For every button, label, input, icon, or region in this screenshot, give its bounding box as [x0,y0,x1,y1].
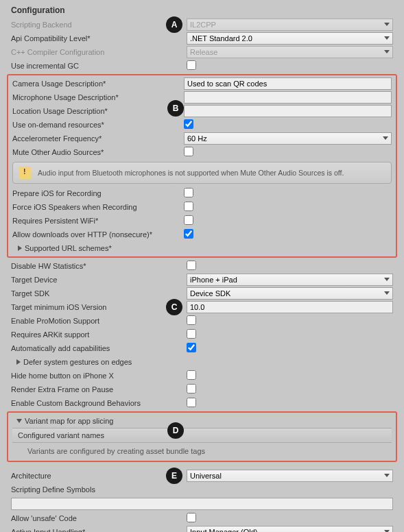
architecture-label: Architecture [11,472,187,480]
chevron-right-icon [18,245,22,251]
define-symbols-input[interactable] [11,498,393,510]
accel-freq-label: Accelerometer Frequency* [12,134,184,143]
api-compat-label: Api Compatibility Level* [11,34,187,43]
mic-usage-label: Microphone Usage Description* [12,93,184,101]
hide-home-label: Hide home button on iPhone X [11,372,187,380]
location-usage-input[interactable] [184,105,392,117]
target-min-ios-input[interactable] [187,301,393,313]
cpp-compiler-select: Release [187,46,393,58]
custom-bg-checkbox[interactable] [187,398,196,407]
configured-variant-header: Configured variant names [12,428,392,443]
variant-map-label: Variant map for app slicing [25,417,113,425]
accel-freq-select[interactable]: 60 Hz [184,132,392,145]
hide-home-checkbox[interactable] [187,370,196,380]
target-device-label: Target Device [11,276,187,284]
force-speakers-label: Force iOS Speakers when Recording [12,203,184,211]
allow-http-checkbox[interactable] [184,229,193,239]
disable-hw-checkbox[interactable] [187,261,196,270]
custom-bg-label: Enable Custom Background Behaviors [11,399,187,407]
extra-frame-label: Render Extra Frame on Pause [11,385,187,394]
defer-gestures-foldout[interactable]: Defer system gestures on edges [4,355,400,369]
allow-http-label: Allow downloads over HTTP (nonsecure)* [12,230,184,239]
promotion-checkbox[interactable] [187,315,196,325]
warning-icon [19,167,31,179]
unsafe-code-checkbox[interactable] [187,513,196,522]
annotation-b: B [167,100,184,117]
location-usage-label: Location Usage Description* [12,107,184,115]
scripting-backend-label: Scripting Backend [11,21,187,29]
on-demand-checkbox[interactable] [184,119,193,129]
scripting-backend-select: IL2CPP [187,19,393,31]
arkit-label: Requires ARKit support [11,330,187,339]
camera-usage-input[interactable] [184,77,392,90]
prepare-recording-label: Prepare iOS for Recording [12,189,184,197]
annotation-a: A [166,16,182,33]
variant-help-text: Variants are configured by creating asse… [8,443,396,459]
cpp-compiler-label: C++ Compiler Configuration [11,48,187,56]
mic-usage-input[interactable] [184,91,392,104]
api-compat-select[interactable]: .NET Standard 2.0 [187,32,393,45]
auto-capabilities-label: Automatically add capabilities [11,344,187,352]
architecture-select[interactable]: Universal [187,470,393,482]
highlight-box-b: B Camera Usage Description* Microphone U… [7,74,397,258]
info-text: Audio input from Bluetooth microphones i… [38,169,344,177]
input-handling-label: Active Input Handling* [11,528,187,532]
defer-gestures-label: Defer system gestures on edges [23,358,132,366]
camera-usage-label: Camera Usage Description* [12,80,184,88]
incremental-gc-label: Use incremental GC [11,62,187,70]
target-device-select[interactable]: iPhone + iPad [187,274,393,286]
variant-map-foldout[interactable]: Variant map for app slicing [8,414,396,428]
chevron-right-icon [16,359,21,365]
disable-hw-label: Disable HW Statistics* [11,262,187,270]
persistent-wifi-checkbox[interactable] [184,215,193,225]
unsafe-code-label: Allow 'unsafe' Code [11,514,187,522]
promotion-label: Enable ProMotion Support [11,317,187,325]
extra-frame-checkbox[interactable] [187,384,196,394]
annotation-c: C [166,299,182,315]
target-sdk-select[interactable]: Device SDK [187,287,393,300]
arkit-checkbox[interactable] [187,329,196,339]
mute-other-label: Mute Other Audio Sources* [12,148,184,156]
force-speakers-checkbox[interactable] [184,202,193,211]
prepare-recording-checkbox[interactable] [184,188,193,197]
info-box: Audio input from Bluetooth microphones i… [12,162,392,184]
input-handling-select[interactable]: Input Manager (Old) [187,526,393,532]
target-sdk-label: Target SDK [11,289,187,298]
url-schemes-label: Supported URL schemes* [25,244,112,252]
incremental-gc-checkbox[interactable] [187,60,196,70]
target-min-ios-label: Target minimum iOS Version [11,303,187,311]
mute-other-checkbox[interactable] [184,147,193,156]
chevron-down-icon [16,419,22,423]
annotation-e: E [166,468,182,484]
section-header: Configuration [4,3,400,18]
annotation-d: D [167,422,184,439]
define-symbols-label: Scripting Define Symbols [11,485,187,494]
auto-capabilities-checkbox[interactable] [187,343,196,352]
url-schemes-foldout[interactable]: Supported URL schemes* [8,241,396,255]
on-demand-label: Use on-demand resources* [12,121,184,129]
highlight-box-d: D Variant map for app slicing Configured… [7,411,397,462]
persistent-wifi-label: Requires Persistent WiFi* [12,217,184,225]
